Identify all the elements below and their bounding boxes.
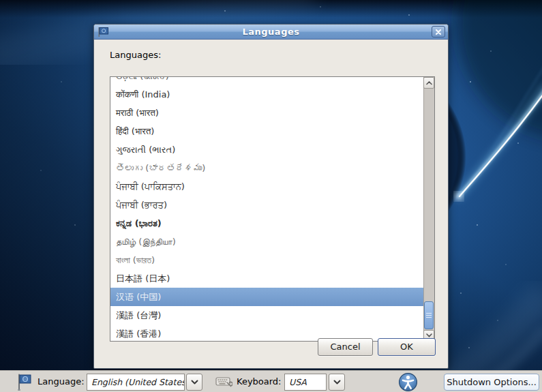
language-option[interactable]: 日本語 (日本)	[110, 269, 423, 288]
dialog-body: Languages: ଓଡ଼ିଆ (ଭାରତ)कोंकणी (India)मरा…	[94, 40, 448, 368]
language-dropdown-button[interactable]	[186, 374, 202, 391]
language-option[interactable]: ଓଡ଼ିଆ (ଭାରତ)	[110, 77, 423, 85]
language-option[interactable]: 汉语 (中国)	[110, 288, 423, 306]
language-option-label: 漢語 (香港)	[116, 329, 161, 339]
language-option[interactable]: ಕನ್ನಡ (ಭಾರತ)	[110, 214, 423, 232]
language-option[interactable]: ગુજરાતી (ભારત)	[110, 140, 423, 159]
language-option[interactable]: தமிழ் (இந்தியா)	[110, 232, 423, 251]
language-option[interactable]: ਪੰਜਾਬੀ (ਪਾਕਿਸਤਾਨ)	[110, 177, 423, 196]
language-option-label: ગુજરાતી (ભારત)	[116, 145, 175, 155]
language-option-label: 日本語 (日本)	[116, 273, 170, 284]
language-label: Language:	[37, 371, 85, 392]
language-option-label: 汉语 (中国)	[116, 292, 161, 302]
language-option[interactable]: कोंकणी (India)	[110, 85, 423, 104]
chevron-down-icon	[191, 380, 198, 385]
language-option[interactable]: मराठी (भारत)	[110, 104, 423, 122]
language-option[interactable]: বাংলা (ভারত)	[110, 251, 423, 269]
language-option-label: தமிழ் (இந்தியா)	[116, 237, 176, 247]
dialog-title: Languages	[94, 27, 448, 37]
ok-button[interactable]: OK	[378, 338, 436, 356]
accessibility-icon[interactable]	[398, 372, 418, 392]
dialog-titlebar[interactable]: Languages	[94, 25, 448, 40]
chevron-down-icon	[333, 380, 341, 385]
language-list: ଓଡ଼ିଆ (ଭାରତ)कोंकणी (India)मराठी (भारत)हि…	[110, 77, 423, 341]
languages-list-label: Languages:	[110, 50, 161, 60]
scrollbar-thumb[interactable]	[424, 301, 434, 329]
keyboard-dropdown-button[interactable]	[329, 374, 345, 391]
languages-dialog: Languages Languages: ଓଡ଼ିଆ (ଭାରତ)कोंकणी …	[93, 24, 449, 369]
language-option-label: ਪੰਜਾਬੀ (ਪਾਕਿਸਤਾਨ)	[116, 181, 185, 192]
language-option-label: 漢語 (台灣)	[116, 310, 161, 320]
keyboard-label: Keyboard:	[237, 371, 282, 392]
language-option-label: कोंकणी (India)	[116, 89, 170, 100]
language-option-label: हिंदी (भारत)	[116, 126, 154, 136]
language-option-label: ಕನ್ನಡ (ಭಾರತ)	[116, 218, 162, 228]
language-option-label: ਪੰਜਾਬੀ (ਭਾਰਤ)	[116, 200, 167, 210]
language-option[interactable]: हिंदी (भारत)	[110, 122, 423, 140]
language-option-label: বাংলা (ভারত)	[116, 255, 155, 265]
language-option-label: తెలుగు (భారతదేశము)	[116, 163, 205, 173]
language-option[interactable]: 漢語 (香港)	[110, 325, 423, 341]
keyboard-icon	[215, 376, 232, 388]
language-combo[interactable]: English (United States)	[87, 374, 185, 391]
scroll-up-icon[interactable]	[423, 77, 434, 89]
cancel-button[interactable]: Cancel	[318, 338, 373, 356]
language-option-label: ଓଡ଼ିଆ (ଭାରତ)	[116, 77, 169, 85]
language-flag-icon	[16, 373, 33, 391]
keyboard-combo[interactable]: USA	[284, 374, 327, 391]
language-option[interactable]: తెలుగు (భారతదేశము)	[110, 159, 423, 177]
close-icon[interactable]	[432, 26, 445, 37]
login-bottom-bar: Language: English (United States) Keyboa…	[0, 370, 542, 392]
language-option[interactable]: ਪੰਜਾਬੀ (ਭਾਰਤ)	[110, 196, 423, 214]
language-option-label: मराठी (भारत)	[116, 108, 159, 118]
scrollbar[interactable]	[423, 77, 434, 341]
shutdown-options-button[interactable]: Shutdown Options...	[444, 374, 539, 391]
languages-listbox: ଓଡ଼ିଆ (ଭାରତ)कोंकणी (India)मराठी (भारत)हि…	[110, 76, 435, 342]
language-option[interactable]: 漢語 (台灣)	[110, 306, 423, 325]
